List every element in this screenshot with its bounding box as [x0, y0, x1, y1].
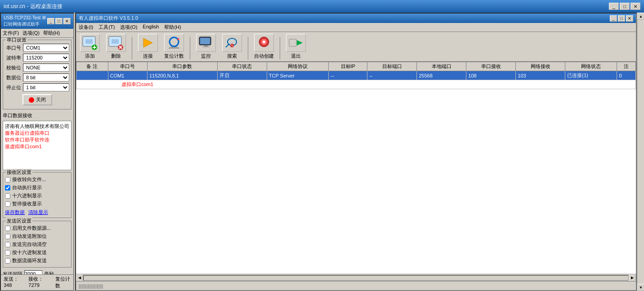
delete-tool-btn[interactable]: 删除 — [105, 34, 127, 59]
svg-rect-17 — [202, 46, 210, 47]
send-check-4[interactable] — [5, 258, 10, 264]
title-bar-controls: _ □ ✕ — [609, 3, 640, 10]
recv-check-1[interactable] — [5, 185, 10, 191]
reset-icon — [164, 34, 184, 52]
right-menu-device[interactable]: 设备(I) — [79, 24, 93, 31]
monitor-tool-btn[interactable]: 监控 — [195, 34, 217, 59]
recv-opt-label-0: 接收转向文件... — [12, 176, 46, 183]
add-tool-btn[interactable]: 添加 — [79, 34, 101, 59]
right-minimize-btn[interactable]: _ — [610, 15, 617, 22]
send-opt-3: 按十六进制发送 — [5, 249, 69, 256]
table-header-row: 备 注 串口号 串口参数 串口状态 网络协议 目标IP 目标端口 本地端口 串口… — [76, 62, 636, 71]
svg-marker-10 — [143, 38, 152, 47]
recv-check-2[interactable] — [5, 193, 10, 199]
data-recv-box: 济南有人物联网技术有限公司 服务器运行虚拟串口 软件串口助手软件连 接虚拟串口c… — [3, 121, 72, 170]
table-row[interactable]: COM1 115200,N,8,1 开启 TCP Server -- -- 25… — [76, 71, 636, 80]
recv-opt-0: 接收转向文件... — [5, 176, 69, 183]
delete-label: 删除 — [111, 53, 121, 59]
reset-count: 复位计数 — [55, 276, 71, 289]
svg-rect-6 — [112, 39, 119, 44]
close-button[interactable]: ✕ — [631, 3, 640, 10]
menu-options[interactable]: 选项(Q) — [22, 30, 40, 36]
recv-check-3[interactable] — [5, 201, 10, 207]
clear-display-link[interactable]: 清除显示 — [28, 209, 48, 216]
svg-marker-27 — [297, 40, 303, 45]
svg-rect-1 — [85, 39, 93, 44]
monitor-label: 监控 — [201, 53, 211, 59]
v-scroll-up-btn[interactable]: ▲ — [637, 13, 644, 20]
check-label: 校验位 — [5, 64, 21, 71]
check-select[interactable]: NONE — [23, 64, 69, 72]
right-close-btn[interactable]: ✕ — [626, 15, 633, 22]
menu-file[interactable]: 文件(F) — [3, 30, 19, 36]
right-menu-tools[interactable]: 工具(T) — [98, 24, 115, 31]
close-port-label: 关闭 — [36, 96, 46, 103]
send-opt-label-0: 启用文件数据源... — [12, 225, 51, 232]
send-check-0[interactable] — [5, 226, 10, 231]
table-container: 备 注 串口号 串口参数 串口状态 网络协议 目标IP 目标端口 本地端口 串口… — [76, 62, 636, 274]
data-select[interactable]: 8 bit — [23, 73, 69, 82]
scroll-left-btn[interactable]: ◀ — [76, 274, 83, 282]
title-bar-text: iot.usr.cn - 远程桌面连接 — [4, 3, 63, 10]
td-target-port: -- — [367, 71, 417, 80]
send-check-3[interactable] — [5, 250, 10, 255]
td-note — [76, 71, 108, 80]
restore-button[interactable]: □ — [620, 3, 630, 10]
send-count: 发送：348 — [4, 276, 21, 289]
search-label: 搜索 — [227, 53, 237, 59]
left-restore-btn[interactable]: □ — [55, 18, 63, 24]
send-opt-4: 数据流循环发送 — [5, 257, 69, 264]
recv-opt-2: 十六进制显示 — [5, 192, 69, 199]
auto-icon — [254, 34, 274, 52]
right-menu-english[interactable]: English — [143, 24, 159, 31]
send-interval-label: 发送间隔 — [3, 271, 22, 275]
baud-select[interactable]: 115200 — [23, 54, 69, 62]
th-params: 串口参数 — [147, 62, 217, 71]
left-close-btn[interactable]: ✕ — [63, 18, 71, 24]
connect-tool-btn[interactable]: 连接 — [137, 34, 159, 59]
sub-row-text: 虚拟串口com1 — [76, 80, 636, 89]
recv-area-title: 串口数据接收 — [3, 112, 72, 119]
th-local-port: 本地端口 — [417, 62, 466, 71]
serial-settings-group: 串口设置 串口号 COM1 波特率 115200 — [3, 40, 72, 109]
reset-tool-btn[interactable]: 复位计数 — [163, 34, 185, 59]
recv-settings-label: 接收区设置 — [6, 169, 32, 176]
send-interval-input[interactable] — [24, 270, 42, 274]
v-scroll-down-btn[interactable]: ▼ — [637, 284, 644, 291]
menu-help[interactable]: 帮助(H) — [43, 30, 60, 36]
scroll-right-btn[interactable]: ▶ — [629, 274, 636, 282]
td-net-recv: 103 — [516, 71, 565, 80]
search-tool-btn[interactable]: 搜索 — [221, 34, 243, 59]
right-menu-options[interactable]: 选项(O) — [120, 24, 137, 31]
search-tool-icon — [222, 34, 242, 52]
send-check-2[interactable] — [5, 242, 10, 247]
svg-line-20 — [226, 44, 229, 47]
exit-tool-btn[interactable]: 退出 — [285, 34, 307, 59]
stop-label: 停止位 — [5, 84, 21, 91]
recv-check-0[interactable] — [5, 177, 10, 182]
port-select[interactable]: COM1 — [23, 44, 69, 52]
close-port-button[interactable]: 关闭 — [22, 94, 52, 105]
left-minimize-btn[interactable]: _ — [47, 18, 54, 24]
right-restore-btn[interactable]: □ — [618, 15, 625, 22]
right-menu-help[interactable]: 帮助(H) — [164, 24, 181, 31]
th-port: 串口号 — [108, 62, 147, 71]
td-serial-recv: 108 — [466, 71, 516, 80]
send-check-1[interactable] — [5, 234, 10, 239]
th-net-status: 网络状态 — [565, 62, 617, 71]
exit-label: 退出 — [291, 53, 301, 59]
connect-icon — [138, 34, 158, 52]
stop-select[interactable]: 1 bit — [23, 83, 69, 91]
sub-row: 虚拟串口com1 — [76, 80, 636, 89]
th-net-recv: 网络接收 — [516, 62, 565, 71]
minimize-button[interactable]: _ — [609, 3, 619, 10]
v-scroll-track[interactable] — [637, 20, 644, 284]
send-settings-group: 发送区设置 启用文件数据源... 自动发送附加位 发送完自动清空 — [3, 221, 72, 268]
recv-count: 接收：7279 — [28, 276, 48, 289]
h-scrollbar-track[interactable] — [83, 275, 629, 281]
auto-tool-btn[interactable]: 自动创建 — [253, 34, 275, 59]
send-opt-2: 发送完自动清空 — [5, 241, 69, 248]
svg-point-11 — [170, 37, 179, 46]
save-data-link[interactable]: 保存数据 — [5, 209, 25, 216]
toolbar: 添加 删除 — [76, 32, 636, 62]
